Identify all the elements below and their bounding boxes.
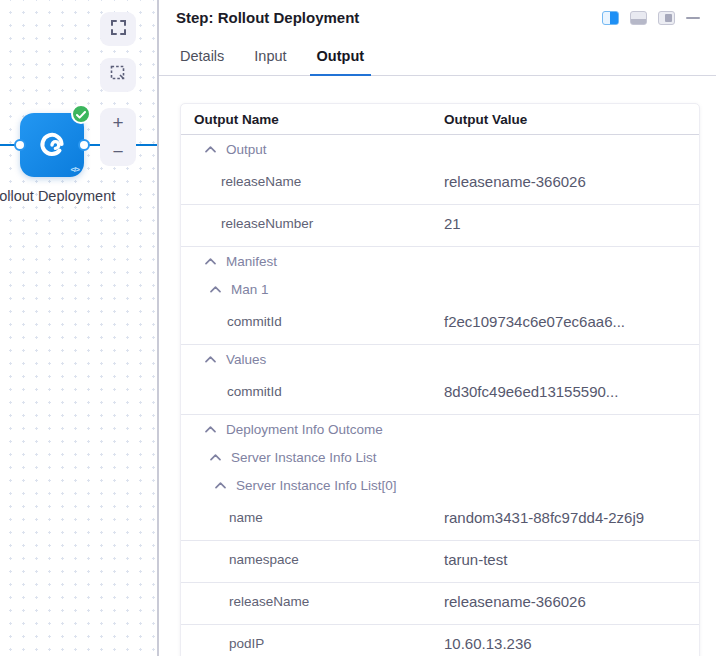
node-port-right[interactable] (78, 139, 90, 151)
group-row: Values (181, 345, 699, 373)
group-label: Output (226, 142, 267, 157)
output-value: tarun-test (444, 547, 699, 573)
chevron-up-icon[interactable] (181, 286, 221, 293)
group-row: Server Instance Info List[0] (181, 471, 699, 499)
chevron-up-icon[interactable] (181, 258, 216, 265)
chevron-up-icon[interactable] (181, 356, 216, 363)
node-port-left[interactable] (14, 139, 26, 151)
chevron-up-icon[interactable] (181, 146, 216, 153)
output-value: 8d30fc49e6ed13155590... (444, 379, 699, 405)
marquee-select-button[interactable] (100, 58, 136, 92)
chevron-up-icon[interactable] (181, 426, 216, 433)
panel-header: Step: Rollout Deployment (159, 0, 716, 40)
tab-output[interactable]: Output (317, 40, 365, 75)
output-value: releasename-366026 (444, 169, 699, 195)
output-row: releaseNumber 21 (181, 205, 699, 247)
zoom-control: + − (100, 108, 136, 166)
group-label: Man 1 (231, 282, 269, 297)
zoom-in-button[interactable]: + (100, 108, 136, 137)
tab-details[interactable]: Details (180, 40, 224, 75)
output-row: commitId f2ec109734c6e07ec6aa6... (181, 303, 699, 345)
output-name: commitId (181, 383, 444, 399)
fullscreen-icon (111, 20, 126, 39)
group-label: Server Instance Info List (231, 450, 377, 465)
layout-bottom-panel-icon[interactable] (630, 11, 647, 25)
group-row: Man 1 (181, 275, 699, 303)
chevron-up-icon[interactable] (181, 482, 226, 489)
output-name: commitId (181, 313, 444, 329)
fullscreen-button[interactable] (100, 12, 136, 46)
column-header-output-value: Output Value (444, 112, 699, 127)
output-name: name (181, 509, 444, 525)
output-value: 21 (444, 211, 699, 237)
table-body: Output releaseName releasename-366026 re… (181, 135, 699, 656)
code-icon: </> (70, 165, 79, 174)
panel-layout-controls (602, 11, 700, 25)
output-row: namespace tarun-test (181, 541, 699, 583)
step-node-rollout-deployment[interactable]: </> (20, 113, 84, 177)
tab-bar: Details Input Output (159, 40, 716, 76)
group-label: Manifest (226, 254, 277, 269)
output-value: random3431-88fc97dd4-2z6j9 (444, 505, 699, 531)
group-row: Server Instance Info List (181, 443, 699, 471)
output-table: Output Name Output Value Output releaseN… (180, 103, 700, 656)
rollout-spiral-icon (36, 129, 68, 161)
output-value: releasename-366026 (444, 589, 699, 615)
step-detail-panel: Step: Rollout Deployment Details Input O… (159, 0, 716, 656)
output-value: 10.60.13.236 (444, 631, 699, 656)
group-row: Deployment Info Outcome (181, 415, 699, 443)
output-name: releaseName (181, 173, 444, 189)
column-header-output-name: Output Name (181, 112, 444, 127)
chevron-up-icon[interactable] (181, 454, 221, 461)
group-label: Server Instance Info List[0] (236, 478, 397, 493)
check-icon (76, 105, 86, 123)
output-name: podIP (181, 635, 444, 651)
minimize-icon[interactable] (686, 17, 700, 20)
group-row: Manifest (181, 247, 699, 275)
output-name: releaseName (181, 593, 444, 609)
node-label: Rollout Deployment (0, 186, 118, 207)
output-name: releaseNumber (181, 215, 444, 231)
output-row: name random3431-88fc97dd4-2z6j9 (181, 499, 699, 541)
success-badge (71, 104, 91, 124)
table-header: Output Name Output Value (181, 104, 699, 135)
output-row: commitId 8d30fc49e6ed13155590... (181, 373, 699, 415)
marquee-select-icon (110, 65, 126, 85)
output-row: releaseName releasename-366026 (181, 583, 699, 625)
output-row: releaseName releasename-366026 (181, 163, 699, 205)
group-label: Values (226, 352, 266, 367)
output-value: f2ec109734c6e07ec6aa6... (444, 309, 699, 335)
group-label: Deployment Info Outcome (226, 422, 383, 437)
zoom-out-button[interactable]: − (100, 137, 136, 166)
tab-content-output: Output Name Output Value Output releaseN… (159, 77, 716, 656)
group-row: Output (181, 135, 699, 163)
output-name: namespace (181, 551, 444, 567)
tab-input[interactable]: Input (254, 40, 286, 75)
panel-title: Step: Rollout Deployment (176, 9, 359, 26)
layout-right-panel-icon[interactable] (602, 11, 619, 25)
layout-floating-panel-icon[interactable] (658, 11, 675, 25)
pipeline-canvas[interactable]: + − </> Rollout Deployment (0, 0, 158, 656)
app-window: + − </> Rollout Deployment (0, 0, 716, 656)
output-row: podIP 10.60.13.236 (181, 625, 699, 656)
